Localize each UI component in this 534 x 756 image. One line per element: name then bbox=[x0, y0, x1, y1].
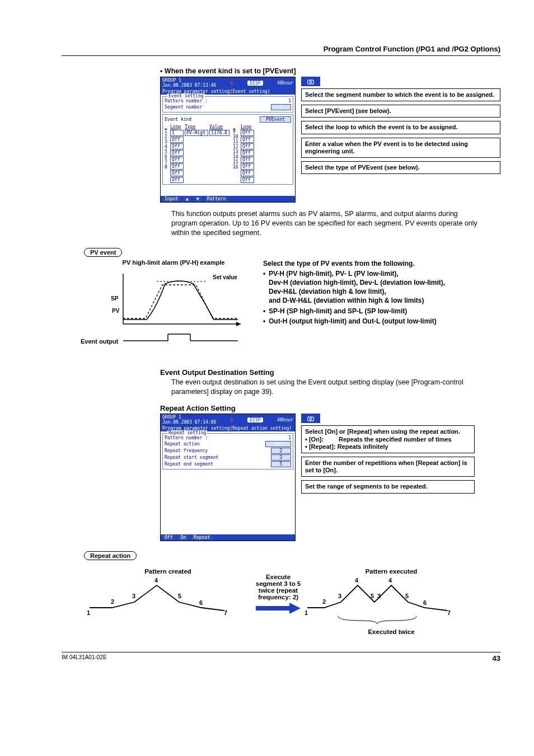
callout-loop: Select the loop to which the event is to… bbox=[301, 121, 500, 134]
svg-point-1 bbox=[310, 81, 312, 83]
freq-val[interactable]: 2 bbox=[271, 448, 291, 454]
pattern-executed: Pattern executed 1 2 3 4 5 3 4 5 6 7 Exe… bbox=[305, 568, 478, 635]
repeat-callout-3: Set the range of segments to be repeated… bbox=[301, 480, 475, 493]
loop-cell[interactable]: Off bbox=[241, 170, 254, 176]
svg-text:3: 3 bbox=[132, 593, 135, 599]
action-val[interactable]: On bbox=[265, 441, 291, 447]
svg-text:5: 5 bbox=[371, 593, 374, 599]
pattern-created-title: Pattern created bbox=[84, 568, 252, 575]
value-cell[interactable]: 1370.0 bbox=[209, 130, 229, 136]
svg-text:7: 7 bbox=[447, 609, 451, 616]
pattern-val: 1 bbox=[288, 98, 291, 104]
svg-text:6: 6 bbox=[423, 599, 427, 606]
svg-text:4: 4 bbox=[355, 577, 359, 584]
camera-icon-bar bbox=[301, 77, 320, 86]
loop-cell[interactable]: Off bbox=[241, 177, 254, 183]
sp-label: SP bbox=[111, 295, 119, 302]
pv-label: PV bbox=[112, 308, 120, 314]
footer-code: IM 04L31A01-02E bbox=[62, 654, 107, 663]
event-kind-val[interactable]: PVEvent bbox=[260, 116, 291, 123]
col-value: Value bbox=[209, 124, 229, 129]
svg-rect-11 bbox=[308, 417, 314, 421]
pv-bullet-3: Out-H (output high-limit) and Out-L (out… bbox=[263, 317, 445, 326]
svg-text:4: 4 bbox=[388, 577, 392, 584]
row-n: 11 bbox=[233, 139, 240, 144]
svg-point-12 bbox=[310, 418, 312, 420]
svg-marker-4 bbox=[236, 322, 241, 326]
svg-text:7: 7 bbox=[224, 609, 227, 616]
start-label: Repeat start segment bbox=[165, 455, 271, 460]
loop-cell[interactable]: Off bbox=[241, 150, 254, 156]
row-n: 12 bbox=[233, 144, 240, 149]
ss-group: GROUP 1 bbox=[162, 78, 181, 83]
loop-cell[interactable]: Off bbox=[241, 157, 254, 163]
callout-value: Enter a value when the PV event is to be… bbox=[301, 138, 500, 158]
pv-event-pill: PV event bbox=[84, 248, 122, 257]
page-number: 43 bbox=[493, 654, 500, 663]
loop-cell[interactable]: Off bbox=[241, 163, 254, 170]
row-n: 7 bbox=[165, 159, 169, 165]
pattern-center-note: Execute segment 3 to 5 twice (repeat fre… bbox=[252, 568, 305, 615]
svg-text:2: 2 bbox=[111, 598, 114, 605]
loop-cell[interactable]: Off bbox=[241, 143, 254, 149]
end-label: Repeat end segment bbox=[165, 462, 271, 467]
event-output-label: Event output bbox=[81, 338, 237, 345]
ss-datetime: Jan.08.2003 07:13:46 bbox=[162, 83, 216, 88]
callout-type: Select the type of PVEvent (see below). bbox=[301, 161, 500, 174]
row-n: 15 bbox=[233, 159, 240, 165]
loop-cell[interactable]: Off bbox=[170, 150, 184, 156]
footer-pattern[interactable]: Pattern bbox=[205, 196, 228, 201]
footer-input[interactable]: Input bbox=[162, 196, 180, 201]
event-setting-screenshot: GROUP 1 Jan.08.2003 07:13:46 ⎘ DISP 40ho… bbox=[160, 77, 296, 203]
loop-cell[interactable]: Off bbox=[170, 137, 184, 143]
end-val[interactable]: 5 bbox=[271, 461, 291, 467]
svg-text:4: 4 bbox=[154, 577, 158, 584]
callout-pvevent: Select [PVEvent] (see below). bbox=[301, 105, 500, 118]
page-header: Program Control Function (/PG1 and /PG2 … bbox=[62, 45, 500, 55]
svg-text:2: 2 bbox=[322, 598, 326, 605]
row-n: 1 bbox=[165, 129, 169, 134]
loop-cell[interactable]: Off bbox=[170, 177, 184, 183]
footer-down[interactable]: ▼ bbox=[194, 196, 202, 201]
loop-cell[interactable]: Off bbox=[170, 157, 184, 163]
freq-label: Repeat frequency bbox=[165, 448, 271, 453]
svg-text:5: 5 bbox=[178, 593, 181, 599]
svg-rect-20 bbox=[256, 606, 289, 611]
ss-disp: DISP bbox=[247, 81, 263, 86]
loop-cell[interactable]: Off bbox=[241, 130, 254, 136]
event-kind-label: Event kind bbox=[165, 117, 260, 122]
pattern-label: Pattern number : bbox=[165, 435, 288, 440]
eods-para: The even output destination is set using… bbox=[171, 378, 485, 397]
loop-cell[interactable]: 1 bbox=[170, 130, 184, 136]
footer-off[interactable]: Off bbox=[162, 535, 175, 540]
row-n: 16 bbox=[233, 165, 240, 170]
pvh-diagram: PV high-limit alarm (PV-H) example Set v… bbox=[95, 259, 252, 355]
segment-val[interactable]: 1 bbox=[271, 104, 291, 110]
row-n: 8 bbox=[165, 165, 169, 170]
eods-heading: Event Output Destination Setting bbox=[160, 368, 500, 377]
loop-cell[interactable]: Off bbox=[170, 143, 184, 149]
loop-cell[interactable]: Off bbox=[241, 137, 254, 143]
row-n: 4 bbox=[165, 144, 169, 149]
set-value-label: Set value bbox=[213, 274, 237, 280]
pvevent-heading: • When the event kind is set to [PVEvent… bbox=[160, 67, 500, 75]
col-loop: Loop bbox=[170, 124, 184, 129]
pattern-label: Pattern number : bbox=[165, 98, 288, 104]
loop-cell[interactable]: Off bbox=[170, 163, 184, 170]
footer-up[interactable]: ▲ bbox=[184, 196, 191, 201]
col-loop2: Loop bbox=[241, 124, 254, 129]
action-label: Repeat action bbox=[165, 442, 265, 447]
segment-label: Segment number bbox=[165, 105, 271, 110]
ss-datetime: Jan.08.2003 07:14:06 bbox=[162, 420, 216, 425]
type-cell[interactable]: PV-High bbox=[185, 130, 208, 136]
repeat-action-pill: Repeat action bbox=[84, 551, 137, 560]
footer-on[interactable]: On bbox=[178, 535, 188, 540]
loop-cell[interactable]: Off bbox=[170, 170, 184, 176]
row-n: 6 bbox=[165, 154, 169, 159]
repeat-callout-1: Select [On] or [Repeat] when using the r… bbox=[301, 425, 475, 453]
callout-segment: Select the segment number to which the e… bbox=[301, 88, 500, 101]
footer-repeat[interactable]: Repeat bbox=[191, 535, 212, 540]
start-val[interactable]: 3 bbox=[271, 454, 291, 461]
repeat-setting-screenshot: GROUP 1 Jan.08.2003 07:14:06 ⎘ DISP 40ho… bbox=[160, 414, 296, 541]
sec1-paragraph: This function outputs preset alarms such… bbox=[171, 209, 485, 238]
